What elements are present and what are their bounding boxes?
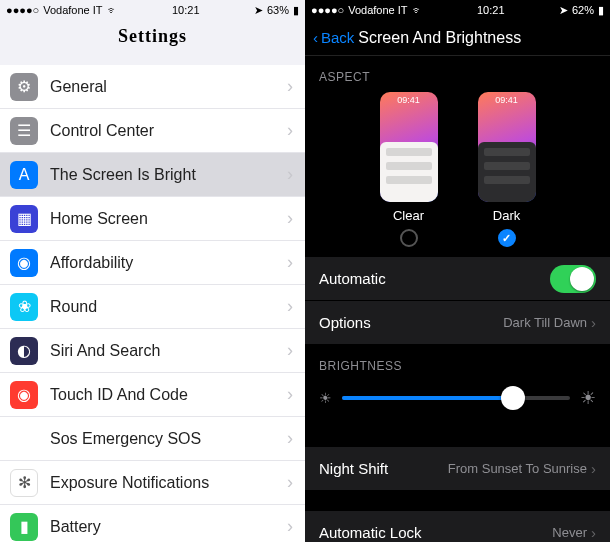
settings-row-control-center[interactable]: ☰ Control Center › <box>0 109 305 153</box>
automatic-switch[interactable] <box>550 265 596 293</box>
aspect-label-clear: Clear <box>393 208 424 223</box>
battery-pct: 63% <box>267 4 289 16</box>
aspect-label-dark: Dark <box>493 208 520 223</box>
chevron-right-icon: › <box>591 460 596 477</box>
row-label: Affordability <box>50 254 287 272</box>
location-icon: ➤ <box>559 4 568 17</box>
row-label: Battery <box>50 518 287 536</box>
fingerprint-icon: ◉ <box>10 381 38 409</box>
chevron-left-icon: ‹ <box>313 29 318 46</box>
aspect-chooser: 09:41 Clear 09:41 Dark <box>305 92 610 257</box>
nav-header: ‹ Back Screen And Brightness <box>305 20 610 56</box>
signal-icon: ●●●●○ <box>6 4 39 16</box>
row-label: Control Center <box>50 122 287 140</box>
clock-label: 10:21 <box>172 4 200 16</box>
settings-row-battery[interactable]: ▮ Battery › <box>0 505 305 542</box>
row-label: Exposure Notifications <box>50 474 287 492</box>
back-button[interactable]: ‹ Back <box>313 29 354 46</box>
chevron-right-icon: › <box>287 428 293 449</box>
settings-row-siri[interactable]: ◐ Siri And Search › <box>0 329 305 373</box>
row-label: Sos Emergency SOS <box>50 430 287 448</box>
radio-checked[interactable] <box>498 229 516 247</box>
battery-icon: ▮ <box>293 4 299 17</box>
chevron-right-icon: › <box>287 516 293 537</box>
row-night-shift[interactable]: Night Shift From Sunset To Sunrise › <box>305 447 610 491</box>
aspect-header: ASPECT <box>305 56 610 92</box>
chevron-right-icon: › <box>287 472 293 493</box>
row-label: Siri And Search <box>50 342 287 360</box>
chevron-right-icon: › <box>591 314 596 331</box>
grid-icon: ▦ <box>10 205 38 233</box>
aspect-thumb-light: 09:41 <box>380 92 438 202</box>
wifi-icon: ᯤ <box>412 4 423 16</box>
settings-row-home-screen[interactable]: ▦ Home Screen › <box>0 197 305 241</box>
settings-row-sos[interactable]: SOS Sos Emergency SOS › <box>0 417 305 461</box>
battery-icon: ▮ <box>598 4 604 17</box>
status-bar: ●●●●○ Vodafone IT ᯤ 10:21 ➤ 62% ▮ <box>305 0 610 20</box>
radio-unchecked[interactable] <box>400 229 418 247</box>
battery-pct: 62% <box>572 4 594 16</box>
back-label: Back <box>321 29 354 46</box>
chevron-right-icon: › <box>287 76 293 97</box>
row-options[interactable]: Options Dark Till Dawn › <box>305 301 610 345</box>
accessibility-icon: ◉ <box>10 249 38 277</box>
row-label: The Screen Is Bright <box>50 166 287 184</box>
row-label: General <box>50 78 287 96</box>
brightness-slider[interactable] <box>342 396 570 400</box>
row-label: Round <box>50 298 287 316</box>
settings-row-touchid[interactable]: ◉ Touch ID And Code › <box>0 373 305 417</box>
gear-icon: ⚙ <box>10 73 38 101</box>
options-label: Options <box>319 314 503 331</box>
sun-small-icon: ☀︎ <box>319 390 332 406</box>
options-value: Dark Till Dawn <box>503 315 587 330</box>
night-value: From Sunset To Sunrise <box>448 461 587 476</box>
left-screen: ●●●●○ Vodafone IT ᯤ 10:21 ➤ 63% ▮ Settin… <box>0 0 305 542</box>
chevron-right-icon: › <box>287 252 293 273</box>
page-title: Settings <box>0 20 305 65</box>
chevron-right-icon: › <box>287 296 293 317</box>
row-label: Home Screen <box>50 210 287 228</box>
status-bar: ●●●●○ Vodafone IT ᯤ 10:21 ➤ 63% ▮ <box>0 0 305 20</box>
settings-list: ⚙ General › ☰ Control Center › A The Scr… <box>0 65 305 542</box>
right-screen: ●●●●○ Vodafone IT ᯤ 10:21 ➤ 62% ▮ ‹ Back… <box>305 0 610 542</box>
autolock-value: Never <box>552 525 587 540</box>
chevron-right-icon: › <box>287 384 293 405</box>
settings-row-general[interactable]: ⚙ General › <box>0 65 305 109</box>
siri-icon: ◐ <box>10 337 38 365</box>
chevron-right-icon: › <box>287 208 293 229</box>
chevron-right-icon: › <box>287 340 293 361</box>
location-icon: ➤ <box>254 4 263 17</box>
slider-thumb[interactable] <box>501 386 525 410</box>
carrier-label: Vodafone IT <box>348 4 407 16</box>
nav-title: Screen And Brightness <box>354 29 602 47</box>
carrier-label: Vodafone IT <box>43 4 102 16</box>
thumb-clock: 09:41 <box>380 95 438 105</box>
sos-icon: SOS <box>10 425 38 453</box>
settings-row-screen-brightness[interactable]: A The Screen Is Bright › <box>0 153 305 197</box>
brightness-header: Brightness <box>305 345 610 381</box>
settings-row-affordability[interactable]: ◉ Affordability › <box>0 241 305 285</box>
aspect-thumb-dark: 09:41 <box>478 92 536 202</box>
autolock-label: Automatic Lock <box>319 524 552 541</box>
signal-icon: ●●●●○ <box>311 4 344 16</box>
row-label: Touch ID And Code <box>50 386 287 404</box>
clock-label: 10:21 <box>477 4 505 16</box>
aspect-option-dark[interactable]: 09:41 Dark <box>478 92 536 247</box>
battery-icon: ▮ <box>10 513 38 541</box>
settings-row-round[interactable]: ❀ Round › <box>0 285 305 329</box>
chevron-right-icon: › <box>287 164 293 185</box>
sun-large-icon: ☀︎ <box>580 387 596 409</box>
exposure-icon: ✻ <box>10 469 38 497</box>
row-automatic: Automatic <box>305 257 610 301</box>
night-label: Night Shift <box>319 460 448 477</box>
settings-row-exposure[interactable]: ✻ Exposure Notifications › <box>0 461 305 505</box>
wifi-icon: ᯤ <box>107 4 118 16</box>
row-autolock[interactable]: Automatic Lock Never › <box>305 511 610 542</box>
switches-icon: ☰ <box>10 117 38 145</box>
chevron-right-icon: › <box>287 120 293 141</box>
thumb-clock: 09:41 <box>478 95 536 105</box>
chevron-right-icon: › <box>591 524 596 541</box>
automatic-label: Automatic <box>319 270 550 287</box>
aspect-option-clear[interactable]: 09:41 Clear <box>380 92 438 247</box>
wallpaper-icon: ❀ <box>10 293 38 321</box>
